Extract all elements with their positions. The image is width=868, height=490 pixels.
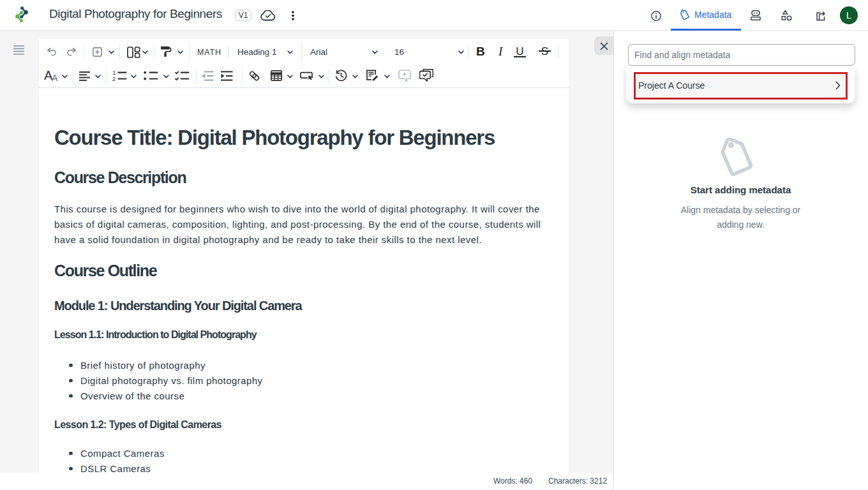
- svg-text:1: 1: [113, 70, 116, 76]
- svg-text:2: 2: [112, 76, 116, 82]
